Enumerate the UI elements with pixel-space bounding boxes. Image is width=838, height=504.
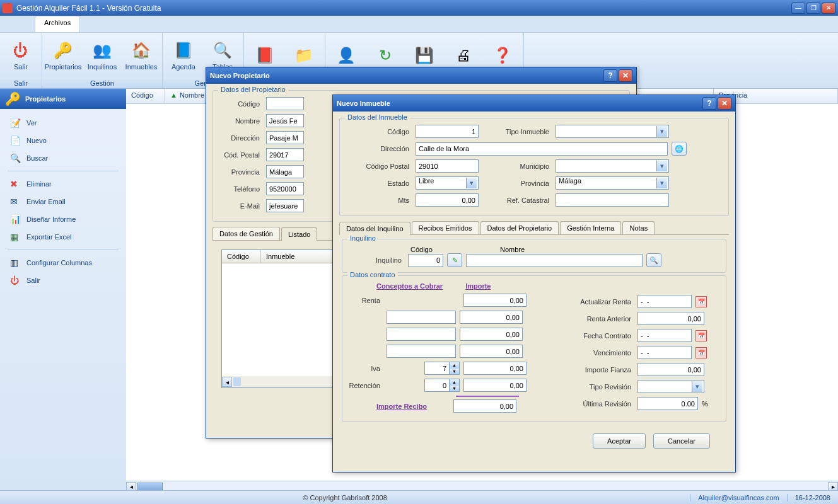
retencion-spinner[interactable]: ▲▼ <box>424 379 460 392</box>
fecha-contrato-input[interactable] <box>637 329 692 342</box>
tipo-revision-select[interactable] <box>637 380 704 393</box>
inq-search-button[interactable]: 🔍 <box>646 253 661 267</box>
help-icon: ❓ <box>492 45 513 66</box>
retencion-importe-input[interactable] <box>463 379 527 392</box>
globe-icon: 🌐 <box>675 145 684 153</box>
people-icon: 👥 <box>92 40 112 60</box>
calendar-icon[interactable]: 📅 <box>695 330 707 341</box>
tab-datos-inquilino[interactable]: Datos del Inquilino <box>339 222 410 235</box>
concepto2-input[interactable] <box>387 311 456 324</box>
inm-mts-input[interactable] <box>416 193 479 207</box>
inm-codigo-input[interactable] <box>416 125 479 138</box>
maximize-button[interactable]: ❐ <box>806 3 820 14</box>
inm-ref-input[interactable] <box>556 193 669 207</box>
importe4-input[interactable] <box>460 345 523 358</box>
inq-edit-button[interactable]: ✎ <box>447 253 462 267</box>
inq-nombre-input[interactable] <box>466 254 643 267</box>
inm-cpostal-input[interactable] <box>416 159 479 173</box>
link-importe[interactable]: Importe <box>465 282 491 290</box>
status-bar: © Copyright Gabrisoft 2008 Alquiler@visu… <box>0 490 838 504</box>
sort-asc-icon: ▲ <box>170 91 177 99</box>
iva-importe-input[interactable] <box>463 362 527 375</box>
main-titlebar: Gestión Alquiler Fácil 1.1 - Versión Gra… <box>0 0 838 16</box>
aceptar-button[interactable]: Aceptar <box>593 433 646 449</box>
menu-bar: Archivos <box>0 16 838 32</box>
link-importe-recibo[interactable]: Importe Recibo <box>376 403 427 410</box>
search-icon: 🔍 <box>649 256 658 265</box>
prop-email-input[interactable] <box>266 199 304 212</box>
printer-icon: 🖨 <box>453 45 474 66</box>
sidebar-item-buscar[interactable]: 🔍Buscar <box>0 149 126 167</box>
tab-notas[interactable]: Notas <box>622 221 655 234</box>
iva-spinner[interactable]: ▲▼ <box>424 362 460 375</box>
importe2-input[interactable] <box>460 311 523 324</box>
sidebar-header: 🔑 Propietarios <box>0 89 126 109</box>
power-icon: ⏻ <box>10 275 20 285</box>
tab-datos-gestion[interactable]: Datos de Gestión <box>212 227 280 240</box>
ribbon-propietarios[interactable]: 🔑Propietarios <box>44 34 83 77</box>
tab-listado[interactable]: Listado <box>281 227 317 241</box>
keys-icon: 🔑 <box>5 91 20 106</box>
calendar-icon[interactable]: 📅 <box>695 347 707 358</box>
link-conceptos[interactable]: Conceptos a Cobrar <box>376 282 443 290</box>
dialog-nuevo-inmueble: Nuevo Inmueble ? ✕ Datos del Inmueble Có… <box>332 94 736 472</box>
renta-anterior-input[interactable] <box>637 312 704 325</box>
renta-importe-input[interactable] <box>463 294 527 307</box>
dialog-close-button[interactable]: ✕ <box>619 69 632 82</box>
concepto4-input[interactable] <box>387 345 456 358</box>
list-col-codigo[interactable]: Código <box>222 250 261 263</box>
prop-direccion-input[interactable] <box>266 131 304 144</box>
new-icon: 📄 <box>10 135 20 146</box>
house-icon: 🏠 <box>131 40 151 60</box>
tab-recibos[interactable]: Recibos Emitidos <box>412 221 479 234</box>
map-button[interactable]: 🌐 <box>672 142 687 156</box>
sidebar-item-informe[interactable]: 📊Diseñar Informe <box>0 210 126 228</box>
dialog-help-button[interactable]: ? <box>702 97 716 110</box>
edit-icon: 📝 <box>10 118 20 128</box>
status-email[interactable]: Alquiler@visualfincas.com <box>690 494 787 501</box>
sidebar-item-ver[interactable]: 📝Ver <box>0 114 126 132</box>
prop-telefono-input[interactable] <box>266 182 304 195</box>
cancelar-button[interactable]: Cancelar <box>653 433 710 449</box>
ribbon-inmuebles[interactable]: 🏠Inmuebles <box>122 34 161 77</box>
inm-tipo-select[interactable] <box>556 125 669 138</box>
actualizar-renta-input[interactable] <box>637 295 692 308</box>
dialog-close-button[interactable]: ✕ <box>718 97 731 110</box>
inm-estado-select[interactable]: Libre <box>416 176 479 190</box>
minimize-button[interactable]: ― <box>791 3 805 14</box>
prop-provincia-input[interactable] <box>266 165 304 178</box>
sidebar-item-salir[interactable]: ⏻Salir <box>0 272 126 289</box>
prop-cpostal-input[interactable] <box>266 148 304 161</box>
close-button[interactable]: ✕ <box>822 3 835 14</box>
importe-recibo-input[interactable] <box>453 399 516 413</box>
vencimiento-input[interactable] <box>637 346 692 359</box>
prop-nombre-input[interactable] <box>266 114 304 127</box>
ribbon-inquilinos[interactable]: 👥Inquilinos <box>83 34 122 77</box>
prop-codigo-input[interactable] <box>266 97 304 110</box>
ribbon-salir[interactable]: ⏻Salir <box>1 34 40 77</box>
search-icon: 🔍 <box>10 153 20 163</box>
fianza-input[interactable] <box>637 363 704 376</box>
folder-icon: 📁 <box>294 45 314 66</box>
concepto3-input[interactable] <box>387 328 456 341</box>
sidebar-item-eliminar[interactable]: ✖Eliminar <box>0 175 126 193</box>
app-title: Gestión Alquiler Fácil 1.1 - Versión Gra… <box>16 4 791 13</box>
ribbon-agenda[interactable]: 📘Agenda <box>164 34 203 77</box>
refresh-icon: ↻ <box>375 45 395 66</box>
ultima-revision-input[interactable] <box>637 397 698 410</box>
menu-tab-archivos[interactable]: Archivos <box>35 16 80 32</box>
sidebar-item-excel[interactable]: ▦Exportar Excel <box>0 228 126 246</box>
inm-direccion-input[interactable] <box>416 142 668 156</box>
tab-gestion-interna[interactable]: Gestión Interna <box>560 221 621 234</box>
importe3-input[interactable] <box>460 328 523 341</box>
sidebar-item-nuevo[interactable]: 📄Nuevo <box>0 132 126 149</box>
sidebar-item-columnas[interactable]: ▥Configurar Columnas <box>0 254 126 272</box>
sidebar-item-email[interactable]: ✉Enviar Email <box>0 193 126 210</box>
grid-col-codigo[interactable]: Código <box>126 89 165 103</box>
inm-provincia-select[interactable]: Málaga <box>556 176 669 190</box>
inq-codigo-input[interactable] <box>408 254 443 267</box>
tab-datos-propietario[interactable]: Datos del Propietario <box>480 221 559 234</box>
calendar-icon[interactable]: 📅 <box>695 296 707 307</box>
inm-municipio-select[interactable] <box>556 159 669 173</box>
dialog-help-button[interactable]: ? <box>603 69 617 82</box>
